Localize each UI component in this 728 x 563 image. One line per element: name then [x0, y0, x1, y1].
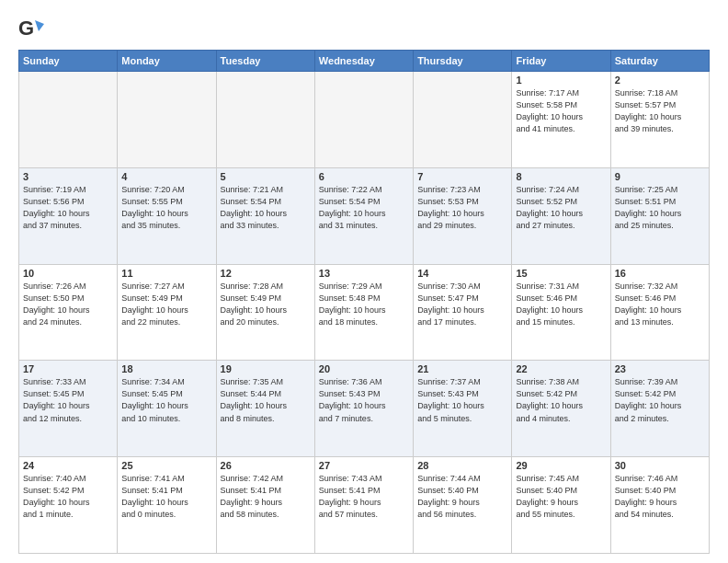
day-info: Sunrise: 7:21 AM Sunset: 5:54 PM Dayligh…	[221, 184, 311, 232]
day-number: 29	[516, 460, 606, 471]
week-row-2: 10Sunrise: 7:26 AM Sunset: 5:50 PM Dayli…	[19, 264, 710, 361]
day-number: 1	[516, 75, 606, 86]
day-cell: 17Sunrise: 7:33 AM Sunset: 5:45 PM Dayli…	[19, 361, 118, 457]
day-number: 7	[417, 171, 507, 182]
day-number: 20	[319, 363, 409, 374]
day-number: 18	[121, 363, 211, 374]
day-cell: 18Sunrise: 7:34 AM Sunset: 5:45 PM Dayli…	[118, 361, 216, 457]
day-header-tuesday: Tuesday	[216, 51, 314, 72]
day-number: 22	[516, 363, 606, 374]
day-header-sunday: Sunday	[19, 51, 118, 72]
day-info: Sunrise: 7:35 AM Sunset: 5:44 PM Dayligh…	[221, 376, 311, 424]
day-info: Sunrise: 7:26 AM Sunset: 5:50 PM Dayligh…	[23, 281, 113, 328]
day-number: 15	[516, 268, 606, 279]
day-number: 27	[319, 460, 409, 471]
day-number: 14	[417, 268, 507, 279]
day-cell	[414, 72, 512, 168]
day-cell: 6Sunrise: 7:22 AM Sunset: 5:54 PM Daylig…	[314, 167, 413, 264]
day-number: 9	[615, 171, 705, 182]
day-header-friday: Friday	[512, 51, 610, 72]
day-cell: 8Sunrise: 7:24 AM Sunset: 5:52 PM Daylig…	[512, 167, 610, 264]
logo: G	[18, 15, 48, 40]
calendar-body: 1Sunrise: 7:17 AM Sunset: 5:58 PM Daylig…	[19, 72, 710, 554]
day-cell	[19, 72, 118, 168]
day-cell	[118, 72, 216, 168]
day-cell	[314, 72, 413, 168]
day-cell: 25Sunrise: 7:41 AM Sunset: 5:41 PM Dayli…	[118, 457, 216, 554]
day-cell: 3Sunrise: 7:19 AM Sunset: 5:56 PM Daylig…	[19, 167, 118, 264]
day-info: Sunrise: 7:36 AM Sunset: 5:43 PM Dayligh…	[319, 376, 409, 424]
day-number: 11	[121, 268, 211, 279]
day-header-thursday: Thursday	[414, 51, 512, 72]
day-header-monday: Monday	[118, 51, 216, 72]
day-cell: 28Sunrise: 7:44 AM Sunset: 5:40 PM Dayli…	[414, 457, 512, 554]
day-number: 17	[23, 363, 113, 374]
week-row-4: 24Sunrise: 7:40 AM Sunset: 5:42 PM Dayli…	[19, 457, 710, 554]
day-number: 28	[417, 460, 507, 471]
day-cell: 14Sunrise: 7:30 AM Sunset: 5:47 PM Dayli…	[414, 264, 512, 361]
day-cell: 13Sunrise: 7:29 AM Sunset: 5:48 PM Dayli…	[314, 264, 413, 361]
day-cell: 10Sunrise: 7:26 AM Sunset: 5:50 PM Dayli…	[19, 264, 118, 361]
day-info: Sunrise: 7:19 AM Sunset: 5:56 PM Dayligh…	[23, 184, 113, 232]
day-info: Sunrise: 7:34 AM Sunset: 5:45 PM Dayligh…	[121, 376, 211, 424]
day-cell: 4Sunrise: 7:20 AM Sunset: 5:55 PM Daylig…	[118, 167, 216, 264]
week-row-1: 3Sunrise: 7:19 AM Sunset: 5:56 PM Daylig…	[19, 167, 710, 264]
day-cell: 20Sunrise: 7:36 AM Sunset: 5:43 PM Dayli…	[314, 361, 413, 457]
day-info: Sunrise: 7:28 AM Sunset: 5:49 PM Dayligh…	[221, 281, 311, 328]
day-info: Sunrise: 7:25 AM Sunset: 5:51 PM Dayligh…	[615, 184, 705, 232]
day-number: 26	[221, 460, 311, 471]
day-info: Sunrise: 7:23 AM Sunset: 5:53 PM Dayligh…	[417, 184, 507, 232]
day-cell: 19Sunrise: 7:35 AM Sunset: 5:44 PM Dayli…	[216, 361, 314, 457]
day-info: Sunrise: 7:33 AM Sunset: 5:45 PM Dayligh…	[23, 376, 113, 424]
day-info: Sunrise: 7:30 AM Sunset: 5:47 PM Dayligh…	[417, 281, 507, 328]
day-info: Sunrise: 7:38 AM Sunset: 5:42 PM Dayligh…	[516, 376, 606, 424]
day-info: Sunrise: 7:20 AM Sunset: 5:55 PM Dayligh…	[121, 184, 211, 232]
day-info: Sunrise: 7:44 AM Sunset: 5:40 PM Dayligh…	[417, 473, 507, 521]
svg-marker-1	[35, 20, 44, 31]
day-number: 12	[221, 268, 311, 279]
day-cell: 26Sunrise: 7:42 AM Sunset: 5:41 PM Dayli…	[216, 457, 314, 554]
day-info: Sunrise: 7:42 AM Sunset: 5:41 PM Dayligh…	[221, 473, 311, 521]
day-cell: 27Sunrise: 7:43 AM Sunset: 5:41 PM Dayli…	[314, 457, 413, 554]
day-cell: 15Sunrise: 7:31 AM Sunset: 5:46 PM Dayli…	[512, 264, 610, 361]
week-row-0: 1Sunrise: 7:17 AM Sunset: 5:58 PM Daylig…	[19, 72, 710, 168]
day-cell	[216, 72, 314, 168]
day-info: Sunrise: 7:46 AM Sunset: 5:40 PM Dayligh…	[615, 473, 705, 521]
day-number: 2	[615, 75, 705, 86]
day-cell: 24Sunrise: 7:40 AM Sunset: 5:42 PM Dayli…	[19, 457, 118, 554]
day-number: 19	[221, 363, 311, 374]
day-number: 25	[121, 460, 211, 471]
week-row-3: 17Sunrise: 7:33 AM Sunset: 5:45 PM Dayli…	[19, 361, 710, 457]
day-number: 16	[615, 268, 705, 279]
day-cell: 7Sunrise: 7:23 AM Sunset: 5:53 PM Daylig…	[414, 167, 512, 264]
day-number: 24	[23, 460, 113, 471]
day-cell: 21Sunrise: 7:37 AM Sunset: 5:43 PM Dayli…	[414, 361, 512, 457]
day-info: Sunrise: 7:27 AM Sunset: 5:49 PM Dayligh…	[121, 281, 211, 328]
day-header-saturday: Saturday	[610, 51, 709, 72]
day-info: Sunrise: 7:18 AM Sunset: 5:57 PM Dayligh…	[615, 87, 705, 135]
day-info: Sunrise: 7:24 AM Sunset: 5:52 PM Dayligh…	[516, 184, 606, 232]
day-cell: 23Sunrise: 7:39 AM Sunset: 5:42 PM Dayli…	[610, 361, 709, 457]
header-row: SundayMondayTuesdayWednesdayThursdayFrid…	[19, 51, 710, 72]
day-cell: 2Sunrise: 7:18 AM Sunset: 5:57 PM Daylig…	[610, 72, 709, 168]
day-info: Sunrise: 7:45 AM Sunset: 5:40 PM Dayligh…	[516, 473, 606, 521]
day-number: 6	[319, 171, 409, 182]
day-cell: 11Sunrise: 7:27 AM Sunset: 5:49 PM Dayli…	[118, 264, 216, 361]
day-info: Sunrise: 7:41 AM Sunset: 5:41 PM Dayligh…	[121, 473, 211, 521]
day-info: Sunrise: 7:40 AM Sunset: 5:42 PM Dayligh…	[23, 473, 113, 521]
day-cell: 1Sunrise: 7:17 AM Sunset: 5:58 PM Daylig…	[512, 72, 610, 168]
day-cell: 9Sunrise: 7:25 AM Sunset: 5:51 PM Daylig…	[610, 167, 709, 264]
day-info: Sunrise: 7:37 AM Sunset: 5:43 PM Dayligh…	[417, 376, 507, 424]
page: G SundayMondayTuesdayWednesdayThursdayFr…	[0, 0, 728, 563]
day-cell: 30Sunrise: 7:46 AM Sunset: 5:40 PM Dayli…	[610, 457, 709, 554]
day-number: 21	[417, 363, 507, 374]
day-header-wednesday: Wednesday	[314, 51, 413, 72]
day-cell: 22Sunrise: 7:38 AM Sunset: 5:42 PM Dayli…	[512, 361, 610, 457]
day-info: Sunrise: 7:39 AM Sunset: 5:42 PM Dayligh…	[615, 376, 705, 424]
day-info: Sunrise: 7:43 AM Sunset: 5:41 PM Dayligh…	[319, 473, 409, 521]
day-number: 10	[23, 268, 113, 279]
day-number: 5	[221, 171, 311, 182]
calendar: SundayMondayTuesdayWednesdayThursdayFrid…	[18, 50, 710, 554]
day-info: Sunrise: 7:31 AM Sunset: 5:46 PM Dayligh…	[516, 281, 606, 328]
day-number: 23	[615, 363, 705, 374]
